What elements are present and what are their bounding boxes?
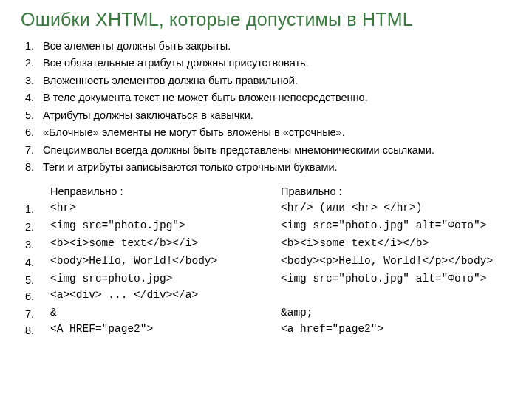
rule-item: Теги и атрибуты записываются только стро…: [37, 159, 511, 175]
row-num: 5.: [21, 272, 50, 288]
wrong-code: <body>Hello, World!</body>: [50, 253, 281, 269]
right-code: <body><p>Hello, World!</p></body>: [281, 253, 511, 269]
example-numbers: 1. 2. 3. 4. 5. 6. 7. 8.: [21, 183, 50, 338]
wrong-code: <A HREF="page2">: [50, 321, 281, 337]
slide-title: Ошибки XHTML, которые допустимы в HTML: [21, 9, 511, 30]
row-num: 2.: [21, 219, 50, 235]
row-num: 8.: [21, 322, 50, 338]
rule-item: «Блочные» элементы не могут быть вложены…: [37, 124, 511, 140]
right-code: <b><i>some text</i></b>: [281, 235, 511, 251]
wrong-code: &: [50, 304, 281, 321]
right-code: <hr/> (или <hr> </hr>): [281, 200, 511, 216]
rule-item: Атрибуты должны заключаться в кавычки.: [37, 107, 511, 123]
right-code: [281, 287, 511, 303]
wrong-code: <b><i>some text</b></i>: [50, 235, 281, 251]
row-num: 1.: [21, 201, 50, 217]
right-code: <img src="photo.jpg" alt="Фото">: [281, 270, 511, 287]
rule-item: Все элементы должны быть закрыты.: [37, 38, 511, 54]
wrong-code: <img src=photo.jpg>: [50, 270, 281, 287]
right-code: <img src="photo.jpg" alt="Фото">: [281, 217, 511, 233]
rule-item: Спецсимволы всегда должны быть представл…: [37, 142, 511, 158]
right-column: Правильно : <hr/> (или <hr> </hr>) <img …: [281, 183, 511, 338]
wrong-column: Неправильно : <hr> <img src="photo.jpg">…: [50, 183, 281, 338]
rule-item: Вложенность элементов должна быть правил…: [37, 72, 511, 89]
rule-item: В теле документа текст не может быть вло…: [37, 89, 511, 106]
row-num: 4.: [21, 254, 50, 270]
rule-item: Все обязательные атрибуты должны присутс…: [37, 55, 511, 71]
row-num: 3.: [21, 236, 50, 253]
examples-table: 1. 2. 3. 4. 5. 6. 7. 8. Неправильно : <h…: [21, 183, 511, 338]
wrong-code: <hr>: [50, 200, 281, 216]
row-num: 7.: [21, 306, 50, 322]
wrong-code: <a><div> ... </div></a>: [50, 287, 281, 303]
row-num: 6.: [21, 288, 50, 304]
right-header: Правильно :: [281, 183, 511, 200]
wrong-code: <img src="photo.jpg">: [50, 217, 281, 233]
rules-list: Все элементы должны быть закрыты. Все об…: [21, 38, 511, 176]
right-code: &amp;: [281, 304, 511, 321]
wrong-header: Неправильно :: [50, 183, 281, 200]
right-code: <a href="page2">: [281, 321, 511, 337]
